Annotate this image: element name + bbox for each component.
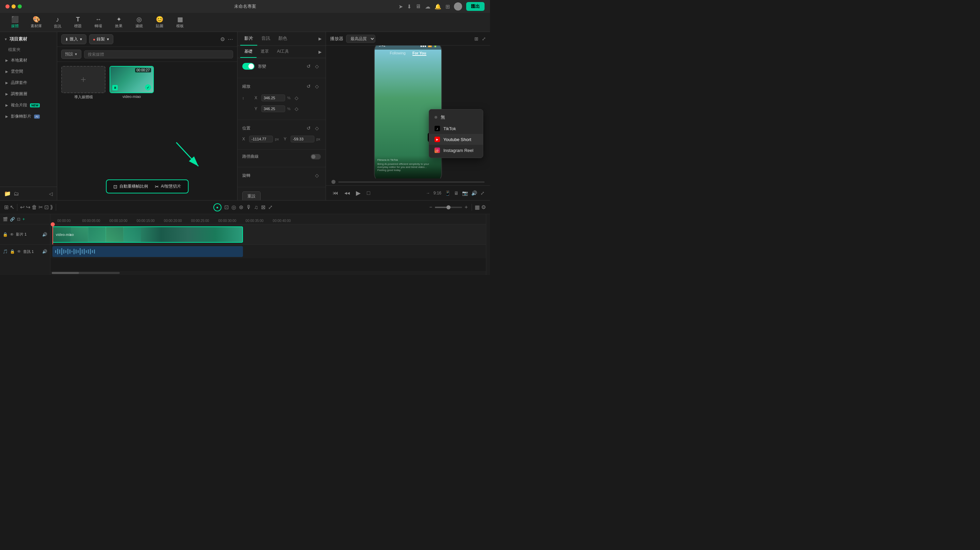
phone-view-icon[interactable]: 📱 <box>445 190 450 196</box>
props-tab-arrow[interactable]: ▶ <box>317 35 323 43</box>
progress-bar[interactable] <box>338 182 485 182</box>
tab-color[interactable]: 顏色 <box>274 32 291 46</box>
preview-expand-icon[interactable]: ⤢ <box>482 36 486 41</box>
sidebar-item-cloud[interactable]: ▶ 雲空間 <box>0 66 57 77</box>
settings-icon[interactable]: ⚙ <box>481 204 486 211</box>
toolbar-item-audio[interactable]: ♪ 音訊 <box>48 14 67 31</box>
position-reset-icon[interactable]: ↺ <box>305 124 313 132</box>
scale-y-diamond[interactable]: ◇ <box>293 105 301 113</box>
stop-button[interactable]: □ <box>366 189 372 198</box>
sidebar-item-adjustment[interactable]: ▶ 調整圖層 <box>0 89 57 100</box>
dropdown-item-tiktok[interactable]: ♪ TikTok <box>429 123 483 134</box>
forward-icon[interactable]: ⟫ <box>50 204 53 211</box>
toolbar-item-library[interactable]: 🎨 素材庫 <box>26 14 47 30</box>
bell-icon[interactable]: 🔔 <box>434 3 441 10</box>
cut-icon[interactable]: ✂ <box>38 204 43 211</box>
sidebar-item-videotofilm[interactable]: ▶ 影像轉影片 AI <box>0 111 57 122</box>
play-button[interactable]: ▶ <box>355 188 362 198</box>
import-button[interactable]: ⬇ 匯入 ▼ <box>61 34 86 44</box>
add-track-icon[interactable]: ● <box>213 203 221 211</box>
scale-y-input[interactable] <box>261 105 285 112</box>
morph-toggle[interactable] <box>242 63 255 70</box>
close-button[interactable] <box>5 5 10 8</box>
split-icon[interactable]: ⊡ <box>44 204 49 211</box>
video-media-item[interactable]: 00:00:27 🖥 ✓ video-miao <box>110 66 154 196</box>
subtab-mask[interactable]: 遮罩 <box>256 46 273 58</box>
position-diamond-icon[interactable]: ◇ <box>313 124 321 132</box>
track-lock-icon[interactable]: 🔒 <box>3 232 8 237</box>
track-add-btn[interactable]: + <box>22 217 25 222</box>
timeline-grid-icon[interactable]: ⊞ <box>4 204 8 211</box>
download-icon[interactable]: ⬇ <box>407 3 411 10</box>
dropdown-item-youtube-short[interactable]: ▶ Youtube Short <box>429 134 483 145</box>
volume-icon[interactable]: 🔊 <box>471 190 477 196</box>
sidebar-item-brand[interactable]: ▶ 品牌套件 <box>0 77 57 89</box>
teal-indicator[interactable]: → <box>426 191 430 195</box>
rotate-diamond-icon[interactable]: ◇ <box>313 171 321 179</box>
export-button[interactable]: 匯出 <box>466 2 485 11</box>
tab-audio[interactable]: 音訊 <box>257 32 274 46</box>
dropdown-item-none[interactable]: 無 <box>429 111 483 123</box>
track-volume-icon[interactable]: 🔊 <box>42 232 47 237</box>
undo-icon[interactable]: ↩ <box>20 204 24 211</box>
toolbar-item-effects[interactable]: ✦ 效果 <box>109 14 128 30</box>
audio-track-icon[interactable]: 🎵 <box>3 249 8 254</box>
mic-icon[interactable]: 🎙 <box>246 204 251 211</box>
zoom-handle[interactable] <box>447 205 450 209</box>
track-eye-icon[interactable]: 👁 <box>10 232 14 237</box>
sidebar-item-composite[interactable]: ▶ 複合片段 NEW <box>0 100 57 111</box>
quality-select[interactable]: 最高品質 <box>346 35 375 43</box>
scale-x-diamond[interactable]: ◇ <box>293 94 301 102</box>
camera-icon[interactable]: 📷 <box>462 190 468 196</box>
position-x-input[interactable] <box>249 136 273 143</box>
link-icon[interactable]: ⊠ <box>261 204 266 211</box>
step-back-button[interactable]: ◂◂ <box>343 188 351 198</box>
zoom-out-icon[interactable]: － <box>428 204 434 211</box>
subtab-basic[interactable]: 基礎 <box>240 46 256 58</box>
toolbar-item-template[interactable]: ▦ 模板 <box>170 14 189 30</box>
desktop-view-icon[interactable]: 🖥 <box>454 190 459 196</box>
zoom-slider[interactable] <box>435 207 462 208</box>
redo-icon[interactable]: ↪ <box>26 204 30 211</box>
playhead-dot[interactable] <box>331 180 336 184</box>
collapse-icon[interactable]: ◁ <box>49 191 53 197</box>
scroll-thumb[interactable] <box>52 272 79 274</box>
audio-lock-icon[interactable]: 🔒 <box>10 249 15 254</box>
filter-settings-icon[interactable]: ⚙ <box>220 36 225 43</box>
track-add-audio-icon[interactable]: 🔗 <box>10 217 15 222</box>
sidebar-item-local[interactable]: ▶ 本地素材 <box>0 55 57 66</box>
timeline-cursor-icon[interactable]: ↖ <box>10 204 14 211</box>
scale-reset-icon[interactable]: ↺ <box>305 82 313 90</box>
track-add-video-icon[interactable]: 🎬 <box>3 217 8 222</box>
upload-icon[interactable]: ☁ <box>425 3 430 10</box>
ai-cut-button[interactable]: ✂ AI智慧切片 <box>155 184 181 189</box>
path-toggle[interactable] <box>311 154 321 159</box>
audio-clip[interactable] <box>52 246 243 257</box>
toolbar-item-media[interactable]: ⬛ 媒體 <box>5 14 24 30</box>
more-options-icon[interactable]: ⋯ <box>228 36 233 43</box>
skip-back-button[interactable]: ⏮ <box>331 189 340 198</box>
morph-diamond-icon[interactable]: ◇ <box>313 62 321 70</box>
track-type-icon[interactable]: ◎ <box>231 204 236 211</box>
toolbar-item-sticker[interactable]: 😊 貼圖 <box>150 14 169 30</box>
track-options-icon[interactable]: ⊡ <box>224 204 229 211</box>
subtab-ai-tools[interactable]: AI工具 <box>273 46 293 58</box>
search-input[interactable] <box>84 50 233 59</box>
audio-eye-icon[interactable]: 👁 <box>17 249 21 254</box>
toolbar-item-title[interactable]: T 標題 <box>68 14 88 30</box>
avatar[interactable] <box>454 2 462 11</box>
scroll-track[interactable] <box>52 272 120 274</box>
record-button[interactable]: ● 錄製 ▼ <box>89 34 113 44</box>
sidebar-item-folder[interactable]: 檔案夾 <box>0 45 57 55</box>
dropdown-item-instagram[interactable]: ◎ Instagram Reel <box>429 145 483 156</box>
tab-video[interactable]: 影片 <box>240 32 257 46</box>
music-icon[interactable]: ♫ <box>254 204 258 211</box>
zoom-in-icon[interactable]: ＋ <box>463 204 469 211</box>
preset-button[interactable]: 預設 ▼ <box>61 50 81 59</box>
track-add-sub-icon[interactable]: ⊡ <box>17 217 21 222</box>
new-folder-icon[interactable]: 🗂 <box>14 191 19 197</box>
scale-x-input[interactable] <box>261 95 285 101</box>
video-clip[interactable]: video-miao <box>52 227 243 243</box>
send-icon[interactable]: ➤ <box>398 3 403 10</box>
morph-reset-icon[interactable]: ↺ <box>305 62 313 70</box>
